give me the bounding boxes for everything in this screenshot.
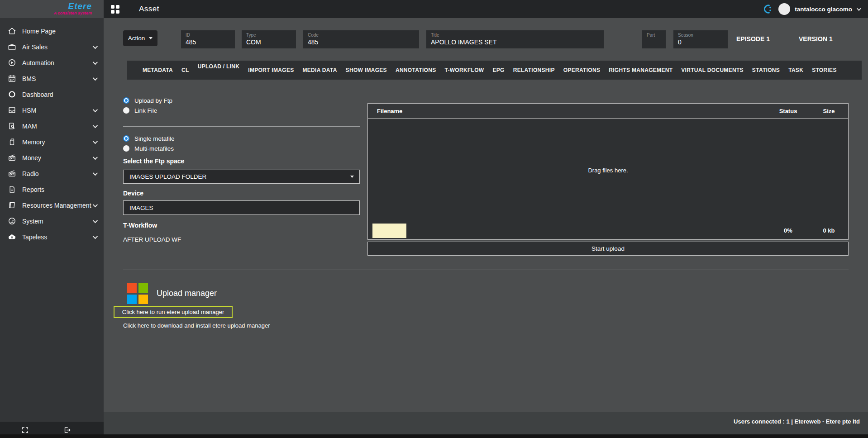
tab-stations[interactable]: STATIONS	[752, 67, 780, 73]
column-filename: Filename	[368, 108, 767, 114]
logout-button[interactable]	[63, 426, 71, 434]
start-upload-button[interactable]: Start upload	[367, 242, 849, 256]
sidebar-item-memory[interactable]: Memory	[0, 134, 104, 150]
chevron-down-icon	[93, 170, 98, 175]
action-button[interactable]: Action	[123, 30, 157, 46]
sidebar-item-tapeless[interactable]: Tapeless	[0, 229, 104, 245]
tab-rights-management[interactable]: RIGHTS MANAGEMENT	[609, 67, 672, 73]
etere-mark-icon	[761, 3, 774, 15]
caret-down-icon	[350, 176, 354, 178]
radio-link-file[interactable]: Link File	[123, 107, 157, 114]
tab-annotations[interactable]: ANNOTATIONS	[396, 67, 436, 73]
column-size: Size	[810, 108, 848, 114]
bottom-edge	[0, 434, 868, 438]
caret-down-icon	[149, 37, 153, 39]
tab-import-images[interactable]: IMPORT IMAGES	[248, 67, 294, 73]
progress-row: 0% 0 kb	[368, 222, 848, 239]
tab-relationship[interactable]: RELATIONSHIP	[513, 67, 555, 73]
ftp-space-label: Select the Ftp space	[123, 157, 184, 165]
radio-unselected-icon	[123, 107, 129, 114]
version-label: VERSION 1	[799, 35, 833, 43]
cloud-upload-icon	[7, 233, 17, 241]
book-icon	[7, 201, 17, 209]
sidebar-item-dashboard[interactable]: Dashboard	[0, 86, 104, 102]
column-status: Status	[767, 108, 810, 114]
chevron-down-icon	[93, 233, 98, 238]
episode-label: EPISODE 1	[736, 35, 770, 43]
briefcase-icon	[7, 43, 17, 51]
app-grid-icon[interactable]	[111, 5, 119, 14]
etere-logo: Etere A consisten system	[0, 0, 104, 18]
asset-tab-bar: METADATA CL UPLOAD / LINK IMPORT IMAGES …	[127, 61, 862, 80]
tab-t-workflow[interactable]: T-WORKFLOW	[444, 67, 484, 73]
id-field[interactable]: ID 485	[181, 30, 235, 48]
radio-icon	[7, 169, 17, 178]
radio-selected-icon	[123, 97, 129, 104]
sidebar-item-air-sales[interactable]: Air Sales	[0, 39, 104, 55]
sidebar-item-bms[interactable]: BMS	[0, 71, 104, 86]
progress-percent: 0%	[767, 227, 810, 234]
radio-upload-by-ftp[interactable]: Upload by Ftp	[123, 97, 172, 104]
sidebar-item-resources-management[interactable]: Resources Management	[0, 197, 104, 213]
sd-card-icon	[7, 138, 17, 146]
ftp-space-select[interactable]: IMAGES UPLOAD FOLDER	[123, 170, 360, 184]
drop-zone-hint: Drag files here.	[588, 167, 628, 174]
chevron-down-icon	[93, 138, 98, 143]
season-field[interactable]: Season 0	[673, 30, 728, 48]
archive-icon	[7, 106, 17, 114]
sidebar-item-hsm[interactable]: HSM	[0, 102, 104, 118]
sidebar-item-money[interactable]: Money	[0, 150, 104, 166]
progress-size: 0 kb	[810, 227, 848, 234]
sidebar-item-reports[interactable]: Reports	[0, 181, 104, 197]
sidebar-item-system[interactable]: System	[0, 213, 104, 229]
run-upload-manager-link[interactable]: Click here to run etere upload manager	[114, 306, 233, 318]
chevron-down-icon	[93, 218, 98, 223]
code-field[interactable]: Code 485	[303, 30, 419, 48]
device-input[interactable]	[123, 200, 360, 215]
panel-divider	[120, 21, 863, 21]
fullscreen-button[interactable]	[21, 426, 29, 434]
sidebar-item-radio[interactable]: Radio	[0, 166, 104, 181]
tab-media-data[interactable]: MEDIA DATA	[303, 67, 337, 73]
tab-show-images[interactable]: SHOW IMAGES	[346, 67, 387, 73]
sidebar-menu: Home Page Air Sales Automation BMS Dashb…	[0, 18, 104, 245]
chevron-down-icon	[93, 43, 98, 48]
chevron-down-icon	[93, 123, 98, 128]
title-field[interactable]: Title APOLLO IMAGES SET	[426, 30, 604, 48]
document-search-icon	[7, 122, 17, 130]
drop-zone[interactable]: Drag files here.	[368, 119, 848, 222]
sidebar-item-mam[interactable]: MAM	[0, 118, 104, 134]
chevron-down-icon	[93, 154, 98, 159]
tab-stories[interactable]: STORIES	[812, 67, 837, 73]
status-text: Users connected : 1 | Etereweb - Etere p…	[734, 418, 860, 425]
tab-virtual-documents[interactable]: VIRTUAL DOCUMENTS	[681, 67, 744, 73]
section-divider	[123, 270, 849, 270]
type-field[interactable]: Type COM	[242, 30, 296, 48]
radio-unselected-icon	[123, 145, 129, 152]
part-field[interactable]: Part	[642, 30, 666, 48]
user-menu[interactable]: tantalocco giacomo	[761, 3, 868, 15]
tab-epg[interactable]: EPG	[492, 67, 504, 73]
tab-metadata[interactable]: METADATA	[143, 67, 173, 73]
upload-file-table: Filename Status Size Drag files here. 0%…	[367, 103, 849, 240]
progress-box	[372, 224, 406, 238]
radio-single-metafile[interactable]: Single metafile	[123, 135, 175, 142]
avatar	[778, 3, 790, 15]
tab-cl[interactable]: CL	[181, 67, 189, 73]
sidebar: Etere A consisten system Home Page Air S…	[0, 0, 104, 438]
sidebar-item-home-page[interactable]: Home Page	[0, 23, 104, 39]
radio-multi-metafiles[interactable]: Multi-metafiles	[123, 145, 174, 152]
upload-manager-title: Upload manager	[157, 289, 217, 298]
tab-task[interactable]: TASK	[788, 67, 803, 73]
top-bar: Asset tantalocco giacomo	[104, 0, 868, 18]
calendar-icon	[7, 74, 17, 83]
tab-operations[interactable]: OPERATIONS	[563, 67, 600, 73]
install-upload-manager-link[interactable]: Click here to download and install etere…	[123, 322, 270, 329]
chevron-down-icon	[93, 202, 98, 207]
tab-upload-link[interactable]: UPLOAD / LINK	[198, 63, 240, 70]
sidebar-item-automation[interactable]: Automation	[0, 55, 104, 71]
user-name: tantalocco giacomo	[795, 6, 852, 13]
device-label: Device	[123, 190, 143, 197]
play-circle-icon	[7, 58, 17, 67]
gauge-icon	[7, 217, 17, 225]
